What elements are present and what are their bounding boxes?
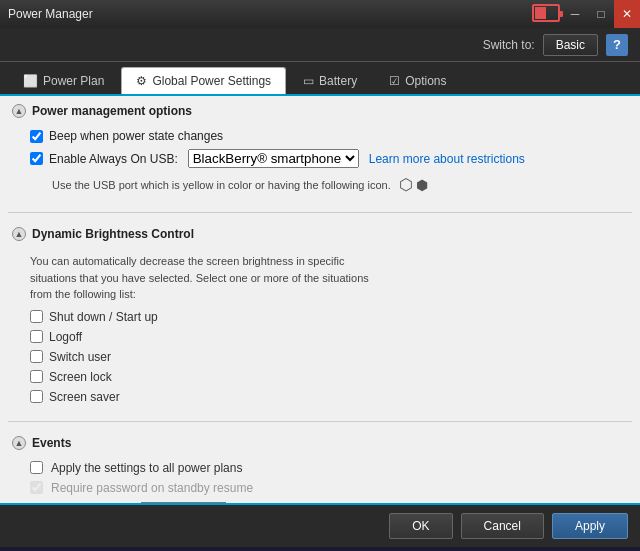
checkbox-logoff: Logoff — [12, 327, 628, 347]
power-management-header: ▲ Power management options — [12, 104, 628, 118]
dbc-description: You can automatically decrease the scree… — [12, 249, 392, 307]
switch-basic-button[interactable]: Basic — [543, 34, 598, 56]
checkbox-screen-saver: Screen saver — [12, 387, 628, 407]
maximize-button[interactable]: □ — [588, 0, 614, 28]
events-header: ▲ Events — [12, 436, 628, 450]
usb-checkbox[interactable] — [30, 152, 43, 165]
battery-tab-icon: ▭ — [303, 74, 314, 88]
close-button[interactable]: ✕ — [614, 0, 640, 28]
dynamic-brightness-section: ▲ Dynamic Brightness Control You can aut… — [0, 219, 640, 415]
help-icon[interactable]: ? — [606, 34, 628, 56]
apply-all-plans-row: Apply the settings to all power plans — [12, 458, 628, 478]
logoff-label: Logoff — [49, 330, 82, 344]
ok-button[interactable]: OK — [389, 513, 452, 539]
beep-option-row: Beep when power state changes — [12, 126, 628, 146]
screen-saver-label: Screen saver — [49, 390, 120, 404]
options-tab-icon: ☑ — [389, 74, 400, 88]
events-toggle[interactable]: ▲ — [12, 436, 26, 450]
usb-note: Use the USB port which is yellow in colo… — [12, 171, 628, 198]
usb-symbol2: ⬢ — [416, 177, 428, 193]
tabs-bar: ⬜ Power Plan ⚙ Global Power Settings ▭ B… — [0, 62, 640, 96]
learn-more-link[interactable]: Learn more about restrictions — [369, 152, 525, 166]
power-management-title: Power management options — [32, 104, 192, 118]
main-content: ▲ Power management options Beep when pow… — [0, 96, 640, 503]
screen-lock-checkbox[interactable] — [30, 370, 43, 383]
power-plan-tab-icon: ⬜ — [23, 74, 38, 88]
apply-all-plans-label: Apply the settings to all power plans — [51, 461, 242, 475]
require-pwd-label: Require password on standby resume — [51, 481, 253, 495]
switch-user-label: Switch user — [49, 350, 111, 364]
usb-symbol: ⬡ — [399, 175, 413, 194]
usb-note-text: Use the USB port which is yellow in colo… — [52, 179, 391, 191]
checkbox-switch-user: Switch user — [12, 347, 628, 367]
global-settings-tab-icon: ⚙ — [136, 74, 147, 88]
power-plan-tab-label: Power Plan — [43, 74, 104, 88]
events-title: Events — [32, 436, 71, 450]
divider-2 — [8, 421, 632, 422]
dynamic-brightness-title: Dynamic Brightness Control — [32, 227, 194, 241]
dynamic-brightness-toggle[interactable]: ▲ — [12, 227, 26, 241]
switch-to-label: Switch to: — [483, 38, 535, 52]
dynamic-brightness-header: ▲ Dynamic Brightness Control — [12, 227, 628, 241]
checkbox-screen-lock: Screen lock — [12, 367, 628, 387]
tab-power-plan[interactable]: ⬜ Power Plan — [8, 67, 119, 94]
options-tab-label: Options — [405, 74, 446, 88]
tab-battery[interactable]: ▭ Battery — [288, 67, 372, 94]
window-title: Power Manager — [8, 7, 93, 21]
require-pwd-row: Require password on standby resume — [12, 478, 628, 498]
power-management-section: ▲ Power management options Beep when pow… — [0, 96, 640, 206]
usb-icons: ⬡ ⬢ — [399, 175, 428, 194]
screen-saver-checkbox[interactable] — [30, 390, 43, 403]
usb-row: Enable Always On USB: BlackBerry® smartp… — [12, 146, 628, 171]
apply-button[interactable]: Apply — [552, 513, 628, 539]
usb-label-text: Enable Always On USB: — [49, 152, 178, 166]
tab-options[interactable]: ☑ Options — [374, 67, 461, 94]
battery-icon — [532, 4, 560, 22]
beep-label[interactable]: Beep when power state changes — [30, 129, 223, 143]
beep-label-text: Beep when power state changes — [49, 129, 223, 143]
shutdown-label: Shut down / Start up — [49, 310, 158, 324]
global-settings-tab-label: Global Power Settings — [152, 74, 271, 88]
bottom-bar: OK Cancel Apply — [0, 503, 640, 547]
usb-label: Enable Always On USB: — [30, 152, 178, 166]
cancel-button[interactable]: Cancel — [461, 513, 544, 539]
screen-lock-label: Screen lock — [49, 370, 112, 384]
apply-all-plans-checkbox[interactable] — [30, 461, 43, 474]
divider-1 — [8, 212, 632, 213]
window-header: Power Manager ─ □ ✕ — [0, 0, 640, 28]
window-controls: ─ □ ✕ — [562, 0, 640, 28]
minimize-button[interactable]: ─ — [562, 0, 588, 28]
checkbox-shutdown: Shut down / Start up — [12, 307, 628, 327]
shutdown-checkbox[interactable] — [30, 310, 43, 323]
top-bar: Switch to: Basic ? — [0, 28, 640, 62]
events-section: ▲ Events Apply the settings to all power… — [0, 428, 640, 504]
battery-tab-label: Battery — [319, 74, 357, 88]
fn-f4-select[interactable]: Sleep Hibernate Shut down Do nothing — [140, 502, 227, 504]
power-management-toggle[interactable]: ▲ — [12, 104, 26, 118]
beep-checkbox[interactable] — [30, 130, 43, 143]
require-pwd-checkbox[interactable] — [30, 481, 43, 494]
logoff-checkbox[interactable] — [30, 330, 43, 343]
switch-user-checkbox[interactable] — [30, 350, 43, 363]
usb-select[interactable]: BlackBerry® smartphone Other device Disa… — [188, 149, 359, 168]
tab-global-power-settings[interactable]: ⚙ Global Power Settings — [121, 67, 286, 94]
